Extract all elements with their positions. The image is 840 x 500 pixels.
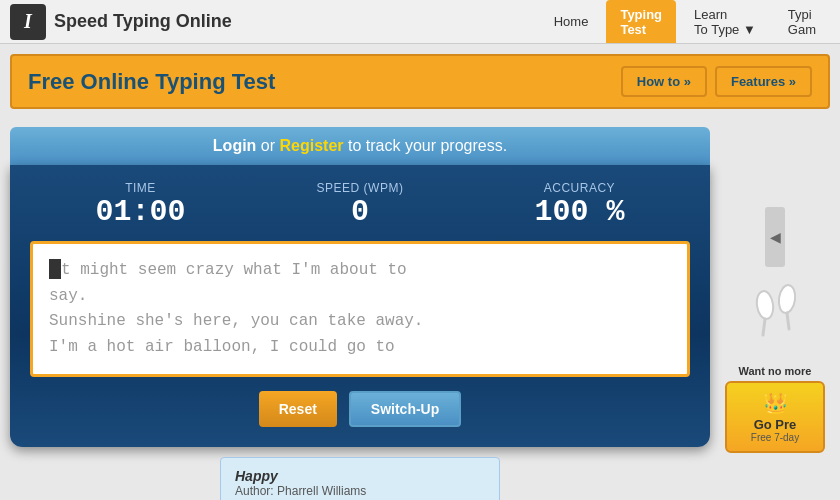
register-link[interactable]: Register bbox=[280, 137, 344, 154]
crown-icon: 👑 bbox=[739, 391, 811, 415]
logo-icon: I bbox=[10, 4, 46, 40]
nav-typing-test[interactable]: TypingTest bbox=[606, 0, 676, 43]
action-buttons: Reset Switch-Up bbox=[30, 391, 690, 427]
login-bar: Login or Register to track your progress… bbox=[10, 127, 710, 165]
svg-line-1 bbox=[763, 319, 765, 335]
center-content: Login or Register to track your progress… bbox=[10, 119, 710, 500]
features-button[interactable]: Features » bbox=[715, 66, 812, 97]
svg-line-3 bbox=[787, 313, 789, 329]
go-premium-button[interactable]: 👑 Go Pre Free 7-day bbox=[725, 381, 825, 453]
right-sidebar: ◀ Want no more 👑 Go Pre Free 7-day bbox=[720, 119, 830, 500]
premium-title: Go Pre bbox=[739, 417, 811, 432]
accuracy-value: 100 % bbox=[534, 195, 624, 229]
banner: Free Online Typing Test How to » Feature… bbox=[10, 54, 830, 109]
song-info: Happy Author: Pharrell Williams Type: Ly… bbox=[220, 457, 500, 500]
collapse-arrow[interactable]: ◀ bbox=[765, 207, 785, 267]
time-label: Time bbox=[96, 181, 186, 195]
song-author: Author: Pharrell Williams bbox=[235, 484, 485, 498]
speed-stat: Speed (WPM) 0 bbox=[317, 181, 404, 229]
reset-button[interactable]: Reset bbox=[259, 391, 337, 427]
accuracy-stat: Accuracy 100 % bbox=[534, 181, 624, 229]
stats-row: Time 01:00 Speed (WPM) 0 Accuracy 100 % bbox=[30, 181, 690, 229]
nav-area: Home TypingTest LearnTo Type ▼ TypiGam bbox=[540, 0, 830, 43]
speed-value: 0 bbox=[317, 195, 404, 229]
airpods-image bbox=[735, 277, 815, 357]
svg-point-0 bbox=[755, 290, 775, 320]
header: I Speed Typing Online Home TypingTest Le… bbox=[0, 0, 840, 44]
banner-buttons: How to » Features » bbox=[621, 66, 812, 97]
want-no-more-text: Want no more bbox=[739, 365, 812, 377]
airpods-svg bbox=[735, 277, 815, 357]
login-link[interactable]: Login bbox=[213, 137, 257, 154]
typing-text: t might seem crazy what I'm about tosay.… bbox=[49, 261, 423, 356]
nav-typing-games[interactable]: TypiGam bbox=[774, 0, 830, 43]
time-value: 01:00 bbox=[96, 195, 186, 229]
logo-text: Speed Typing Online bbox=[54, 11, 232, 32]
svg-point-2 bbox=[777, 284, 797, 314]
song-title: Happy bbox=[235, 468, 485, 484]
accuracy-label: Accuracy bbox=[534, 181, 624, 195]
nav-home[interactable]: Home bbox=[540, 0, 603, 43]
main-content: Login or Register to track your progress… bbox=[0, 119, 840, 500]
typing-area[interactable]: t might seem crazy what I'm about tosay.… bbox=[30, 241, 690, 377]
track-text: to track your progress. bbox=[348, 137, 507, 154]
nav-learn-to-type[interactable]: LearnTo Type ▼ bbox=[680, 0, 770, 43]
time-stat: Time 01:00 bbox=[96, 181, 186, 229]
speed-label: Speed (WPM) bbox=[317, 181, 404, 195]
or-text: or bbox=[261, 137, 280, 154]
cursor bbox=[49, 259, 61, 279]
banner-title: Free Online Typing Test bbox=[28, 69, 275, 95]
premium-subtitle: Free 7-day bbox=[739, 432, 811, 443]
switchup-button[interactable]: Switch-Up bbox=[349, 391, 461, 427]
how-to-button[interactable]: How to » bbox=[621, 66, 707, 97]
typing-box: Time 01:00 Speed (WPM) 0 Accuracy 100 % … bbox=[10, 165, 710, 447]
logo-area: I Speed Typing Online bbox=[10, 4, 540, 40]
